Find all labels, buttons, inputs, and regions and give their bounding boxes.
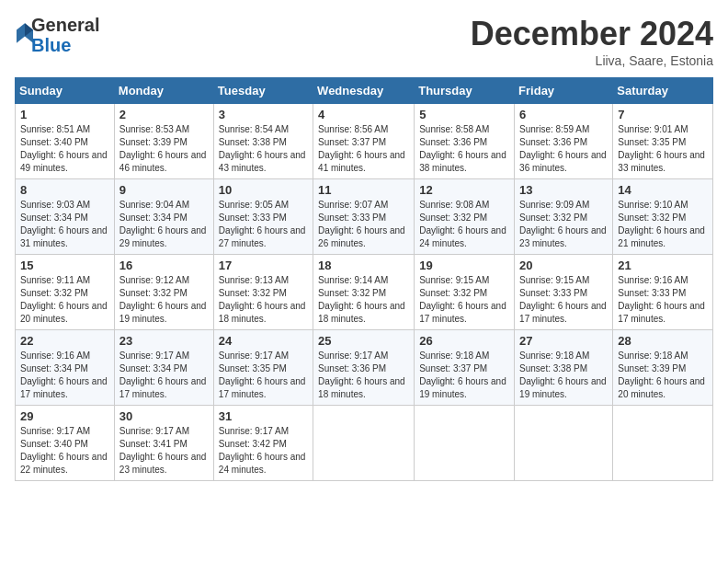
table-row: 3 Sunrise: 8:54 AMSunset: 3:38 PMDayligh… [213,104,313,179]
day-info: Sunrise: 9:16 AMSunset: 3:34 PMDaylight:… [20,350,108,399]
table-row: 5 Sunrise: 8:58 AMSunset: 3:36 PMDayligh… [415,104,515,179]
day-number: 18 [318,259,409,272]
table-row: 16 Sunrise: 9:12 AMSunset: 3:32 PMDaylig… [114,255,213,330]
day-info: Sunrise: 9:17 AMSunset: 3:35 PMDaylight:… [219,350,306,399]
day-info: Sunrise: 9:09 AMSunset: 3:32 PMDaylight:… [519,200,607,248]
day-info: Sunrise: 9:13 AMSunset: 3:32 PMDaylight:… [219,275,306,324]
calendar-week-2: 8 Sunrise: 9:03 AMSunset: 3:34 PMDayligh… [16,179,713,255]
col-tuesday: Tuesday [213,78,313,104]
day-info: Sunrise: 9:17 AMSunset: 3:40 PMDaylight:… [20,426,108,475]
header: General Blue December 2024 Liiva, Saare,… [15,15,713,68]
col-saturday: Saturday [613,78,713,104]
table-row: 9 Sunrise: 9:04 AMSunset: 3:34 PMDayligh… [114,179,213,255]
day-number: 20 [519,259,608,272]
subtitle: Liiva, Saare, Estonia [471,53,713,68]
day-info: Sunrise: 9:12 AMSunset: 3:32 PMDaylight:… [119,275,207,324]
day-number: 19 [419,259,509,272]
calendar-week-1: 1 Sunrise: 8:51 AMSunset: 3:40 PMDayligh… [16,104,713,179]
logo: General Blue [15,15,99,55]
table-row: 8 Sunrise: 9:03 AMSunset: 3:34 PMDayligh… [16,179,115,255]
day-number: 28 [618,334,708,348]
table-row: 21 Sunrise: 9:16 AMSunset: 3:33 PMDaylig… [613,255,713,330]
day-info: Sunrise: 9:14 AMSunset: 3:32 PMDaylight:… [318,275,405,324]
month-title: December 2024 [471,15,713,53]
table-row: 25 Sunrise: 9:17 AMSunset: 3:36 PMDaylig… [313,330,415,406]
table-row: 17 Sunrise: 9:13 AMSunset: 3:32 PMDaylig… [213,255,313,330]
day-number: 2 [119,108,209,121]
table-row: 30 Sunrise: 9:17 AMSunset: 3:41 PMDaylig… [114,406,213,481]
day-number: 30 [119,409,209,423]
day-number: 17 [219,259,308,272]
day-number: 23 [119,334,209,348]
day-info: Sunrise: 8:59 AMSunset: 3:36 PMDaylight:… [519,124,607,173]
day-number: 10 [219,183,308,197]
day-info: Sunrise: 8:51 AMSunset: 3:40 PMDaylight:… [20,124,108,173]
day-number: 6 [519,108,608,121]
day-info: Sunrise: 9:17 AMSunset: 3:42 PMDaylight:… [219,426,306,475]
day-number: 25 [318,334,409,348]
col-wednesday: Wednesday [313,78,415,104]
table-row: 23 Sunrise: 9:17 AMSunset: 3:34 PMDaylig… [114,330,213,406]
table-row: 6 Sunrise: 8:59 AMSunset: 3:36 PMDayligh… [515,104,613,179]
day-number: 11 [318,183,409,197]
day-info: Sunrise: 9:07 AMSunset: 3:33 PMDaylight:… [318,200,405,248]
day-number: 27 [519,334,608,348]
day-info: Sunrise: 9:01 AMSunset: 3:35 PMDaylight:… [618,124,705,173]
day-number: 12 [419,183,509,197]
calendar-week-3: 15 Sunrise: 9:11 AMSunset: 3:32 PMDaylig… [16,255,713,330]
day-number: 22 [20,334,109,348]
table-row: 20 Sunrise: 9:15 AMSunset: 3:33 PMDaylig… [515,255,613,330]
day-number: 7 [618,108,708,121]
day-number: 29 [20,409,109,423]
table-row: 11 Sunrise: 9:07 AMSunset: 3:33 PMDaylig… [313,179,415,255]
title-section: December 2024 Liiva, Saare, Estonia [471,15,713,68]
table-row: 4 Sunrise: 8:56 AMSunset: 3:37 PMDayligh… [313,104,415,179]
day-info: Sunrise: 9:18 AMSunset: 3:38 PMDaylight:… [519,350,607,399]
table-row: 7 Sunrise: 9:01 AMSunset: 3:35 PMDayligh… [613,104,713,179]
table-row: 18 Sunrise: 9:14 AMSunset: 3:32 PMDaylig… [313,255,415,330]
day-number: 8 [20,183,109,197]
day-number: 5 [419,108,509,121]
day-info: Sunrise: 9:17 AMSunset: 3:34 PMDaylight:… [119,350,207,399]
day-number: 24 [219,334,308,348]
table-row: 31 Sunrise: 9:17 AMSunset: 3:42 PMDaylig… [213,406,313,481]
day-info: Sunrise: 8:54 AMSunset: 3:38 PMDaylight:… [219,124,306,173]
day-number: 3 [219,108,308,121]
day-info: Sunrise: 8:53 AMSunset: 3:39 PMDaylight:… [119,124,207,173]
day-number: 9 [119,183,209,197]
table-row: 14 Sunrise: 9:10 AMSunset: 3:32 PMDaylig… [613,179,713,255]
day-info: Sunrise: 9:17 AMSunset: 3:41 PMDaylight:… [119,426,207,475]
logo-blue-text: Blue [31,35,71,55]
day-number: 1 [20,108,109,121]
day-info: Sunrise: 9:16 AMSunset: 3:33 PMDaylight:… [618,275,705,324]
calendar-header-row: Sunday Monday Tuesday Wednesday Thursday… [16,78,713,104]
day-info: Sunrise: 9:17 AMSunset: 3:36 PMDaylight:… [318,350,405,399]
col-thursday: Thursday [415,78,515,104]
day-number: 31 [219,409,308,423]
table-row: 12 Sunrise: 9:08 AMSunset: 3:32 PMDaylig… [415,179,515,255]
table-row [613,406,713,481]
table-row: 15 Sunrise: 9:11 AMSunset: 3:32 PMDaylig… [16,255,115,330]
table-row: 27 Sunrise: 9:18 AMSunset: 3:38 PMDaylig… [515,330,613,406]
day-number: 16 [119,259,209,272]
day-number: 14 [618,183,708,197]
table-row: 26 Sunrise: 9:18 AMSunset: 3:37 PMDaylig… [415,330,515,406]
table-row: 29 Sunrise: 9:17 AMSunset: 3:40 PMDaylig… [16,406,115,481]
day-info: Sunrise: 9:18 AMSunset: 3:39 PMDaylight:… [618,350,705,399]
calendar-week-4: 22 Sunrise: 9:16 AMSunset: 3:34 PMDaylig… [16,330,713,406]
day-number: 4 [318,108,409,121]
col-sunday: Sunday [16,78,115,104]
table-row: 24 Sunrise: 9:17 AMSunset: 3:35 PMDaylig… [213,330,313,406]
day-info: Sunrise: 8:56 AMSunset: 3:37 PMDaylight:… [318,124,405,173]
day-info: Sunrise: 9:15 AMSunset: 3:33 PMDaylight:… [519,275,607,324]
day-info: Sunrise: 9:18 AMSunset: 3:37 PMDaylight:… [419,350,506,399]
table-row [515,406,613,481]
table-row: 1 Sunrise: 8:51 AMSunset: 3:40 PMDayligh… [16,104,115,179]
day-number: 21 [618,259,708,272]
day-info: Sunrise: 9:04 AMSunset: 3:34 PMDaylight:… [119,200,207,248]
day-info: Sunrise: 9:05 AMSunset: 3:33 PMDaylight:… [219,200,306,248]
day-info: Sunrise: 8:58 AMSunset: 3:36 PMDaylight:… [419,124,506,173]
day-number: 15 [20,259,109,272]
day-number: 26 [419,334,509,348]
table-row: 22 Sunrise: 9:16 AMSunset: 3:34 PMDaylig… [16,330,115,406]
